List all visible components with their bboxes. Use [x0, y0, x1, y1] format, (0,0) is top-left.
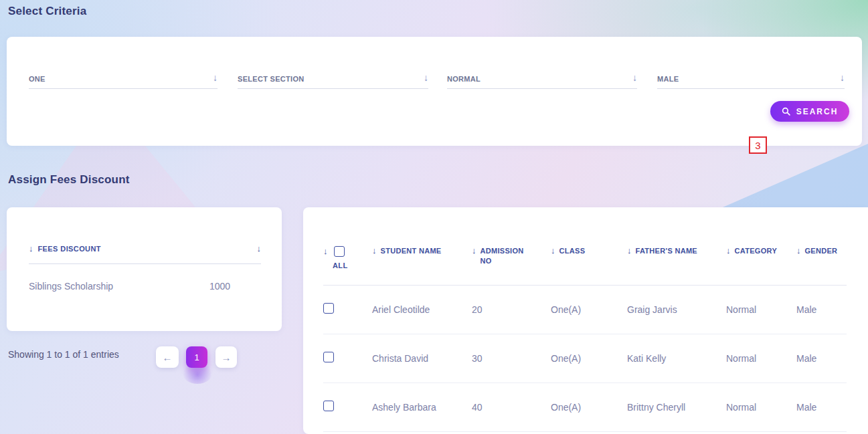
students-table-header: ↓ ALL ↓ STUDENT NAME ↓ ADMISSION NO ↓ CL… — [323, 237, 847, 286]
entries-summary: Showing 1 to 1 of 1 entries — [8, 349, 119, 360]
search-button[interactable]: SEARCH — [770, 101, 849, 122]
section-select-value: SELECT SECTION — [238, 70, 305, 83]
category-select-value: NORMAL — [447, 70, 481, 83]
cell-category: Normal — [726, 353, 796, 364]
column-header-admission-no[interactable]: ↓ ADMISSION NO — [472, 246, 551, 266]
select-all-checkbox[interactable] — [334, 246, 345, 257]
student-table-row: Christa David 30 One(A) Kati Kelly Norma… — [323, 334, 847, 383]
chevron-down-icon: ↓ — [213, 70, 218, 83]
fees-discount-table-header: ↓ FEES DISCOUNT ↓ — [29, 244, 261, 264]
student-table-row: Ashely Barbara 40 One(A) Brittny Cheryll… — [323, 383, 847, 432]
cell-admission-no: 30 — [472, 353, 551, 364]
assign-fees-discount-title: Assign Fees Discount — [8, 173, 130, 187]
column-header-gender[interactable]: ↓ GENDER — [796, 246, 847, 256]
column-header-category[interactable]: ↓ CATEGORY — [726, 246, 796, 256]
column-header-student-name[interactable]: ↓ STUDENT NAME — [372, 246, 472, 256]
sort-arrow-icon[interactable]: ↓ — [257, 244, 262, 253]
cell-gender: Male — [796, 304, 847, 315]
cell-student-name: Christa David — [372, 353, 472, 364]
cell-class: One(A) — [551, 304, 627, 315]
chevron-down-icon: ↓ — [424, 70, 428, 83]
cell-gender: Male — [796, 402, 847, 413]
column-header-class[interactable]: ↓ CLASS — [551, 246, 627, 256]
discount-amount: 1000 — [209, 281, 261, 292]
select-criteria-card: ONE ↓ SELECT SECTION ↓ NORMAL ↓ MALE ↓ 3… — [7, 37, 862, 146]
cell-category: Normal — [726, 304, 796, 315]
search-button-label: SEARCH — [796, 107, 839, 116]
student-table-row: Ariel Cleotilde 20 One(A) Graig Jarvis N… — [323, 286, 847, 334]
annotation-badge-3: 3 — [749, 136, 767, 154]
row-checkbox[interactable] — [323, 303, 334, 314]
chevron-down-icon: ↓ — [840, 70, 845, 83]
sort-arrow-icon: ↓ — [726, 246, 731, 255]
column-label: CATEGORY — [735, 246, 778, 256]
pagination-page-1-button[interactable]: 1 — [186, 346, 207, 368]
gender-select[interactable]: MALE ↓ — [657, 70, 845, 89]
search-icon — [782, 107, 790, 116]
cell-student-name: Ariel Cleotilde — [372, 304, 472, 315]
sort-arrow-icon: ↓ — [472, 246, 476, 255]
fees-discount-card: ↓ FEES DISCOUNT ↓ Siblings Scholarship 1… — [7, 207, 282, 331]
sort-arrow-icon: ↓ — [372, 246, 377, 255]
select-all-label: ALL — [333, 261, 372, 269]
column-header-fathers-name[interactable]: ↓ FATHER'S NAME — [627, 246, 726, 256]
cell-fathers-name: Graig Jarvis — [627, 304, 726, 315]
cell-class: One(A) — [551, 402, 627, 413]
fees-discount-column-header[interactable]: ↓ FEES DISCOUNT — [29, 244, 101, 253]
column-label: FATHER'S NAME — [636, 246, 697, 256]
cell-admission-no: 40 — [472, 402, 551, 413]
sort-arrow-icon: ↓ — [627, 246, 632, 255]
pagination-prev-button[interactable]: ← — [156, 346, 179, 368]
cell-student-name: Ashely Barbara — [372, 402, 472, 413]
cell-category: Normal — [726, 402, 796, 413]
cell-fathers-name: Brittny Cheryll — [627, 402, 726, 413]
sort-arrow-icon: ↓ — [29, 244, 33, 253]
arrow-right-icon: → — [222, 352, 232, 363]
row-checkbox[interactable] — [323, 352, 334, 362]
sort-arrow-icon[interactable]: ↓ — [323, 247, 328, 256]
discount-name: Siblings Scholarship — [29, 281, 209, 292]
cell-fathers-name: Kati Kelly — [627, 353, 726, 364]
chevron-down-icon: ↓ — [632, 70, 637, 83]
cell-class: One(A) — [551, 353, 627, 364]
gender-select-value: MALE — [657, 70, 679, 83]
cell-gender: Male — [796, 353, 847, 364]
row-checkbox[interactable] — [323, 401, 334, 411]
cell-admission-no: 20 — [472, 304, 551, 315]
column-label: GENDER — [805, 246, 838, 256]
column-label: ADMISSION NO — [481, 246, 529, 266]
column-label: CLASS — [559, 246, 586, 256]
select-criteria-title: Select Criteria — [8, 5, 86, 18]
fees-discount-column-label: FEES DISCOUNT — [38, 244, 101, 253]
sort-arrow-icon: ↓ — [796, 246, 801, 255]
sort-arrow-icon: ↓ — [551, 246, 555, 255]
class-select[interactable]: ONE ↓ — [29, 70, 218, 89]
arrow-left-icon: ← — [163, 352, 173, 363]
section-select[interactable]: SELECT SECTION ↓ — [238, 70, 428, 89]
column-header-select-all: ↓ ALL — [323, 246, 372, 269]
fees-discount-row[interactable]: Siblings Scholarship 1000 — [29, 281, 261, 292]
students-table-card: ↓ ALL ↓ STUDENT NAME ↓ ADMISSION NO ↓ CL… — [303, 207, 868, 434]
category-select[interactable]: NORMAL ↓ — [447, 70, 637, 89]
column-label: STUDENT NAME — [381, 246, 442, 256]
pagination-next-button[interactable]: → — [215, 346, 237, 368]
class-select-value: ONE — [29, 70, 46, 83]
